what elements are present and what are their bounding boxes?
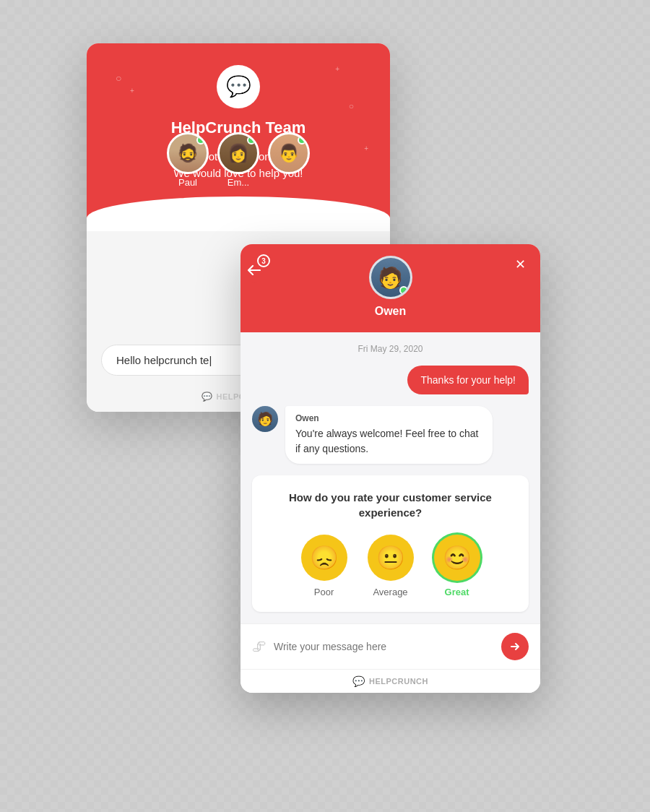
deco-plus-2: + — [335, 65, 339, 73]
emma-online-dot — [247, 136, 256, 144]
rating-average[interactable]: 😐 Average — [368, 535, 414, 597]
chat-agent-name: Owen — [375, 305, 407, 318]
poor-emoji: 😞 — [301, 535, 347, 581]
great-emoji: 😊 — [434, 535, 480, 581]
bg-agent-emma-avatar: 👩 — [217, 132, 259, 174]
back-arrow-icon — [248, 265, 261, 275]
bg-card-header: ○ + + ○ + 💬 HelpCrunch Team Got a questi… — [87, 43, 390, 231]
attach-icon[interactable]: 🖇 — [252, 639, 266, 655]
chat-date: Fri May 29, 2020 — [252, 344, 529, 354]
bg-input-text: Hello helpcrunch te| — [116, 354, 212, 366]
rating-great[interactable]: 😊 Great — [434, 535, 480, 597]
rating-section: How do you rate your customer service ex… — [252, 475, 529, 612]
close-button[interactable]: ✕ — [511, 256, 529, 273]
deco-dot-1: ○ — [116, 72, 121, 84]
poor-label: Poor — [314, 587, 334, 597]
chat-agent-avatar: 🧑 — [369, 256, 412, 299]
emma-name: Em... — [228, 177, 249, 188]
chat-input-area: 🖇 — [240, 623, 540, 669]
chat-footer: 💬 HELPCRUNCH — [240, 669, 540, 693]
bg-agent-third-avatar: 👨 — [268, 132, 310, 174]
back-badge-count: 3 — [257, 254, 270, 267]
bg-agent-emma: 👩 Em... — [217, 132, 259, 188]
deco-plus-1: + — [130, 87, 134, 95]
footer-logo-icon: 💬 — [352, 675, 365, 687]
paul-name: Paul — [178, 177, 197, 188]
chat-header: ✕ 🧑 Owen — [240, 244, 540, 332]
bg-footer-icon: 💬 — [202, 392, 212, 402]
bg-agent-third: 👨 — [268, 132, 310, 188]
average-label: Average — [373, 587, 407, 597]
deco-dot-2: ○ — [349, 101, 354, 111]
rating-question: How do you rate your customer service ex… — [266, 490, 514, 520]
footer-brand: HELPCRUNCH — [369, 677, 428, 686]
user-bubble: Thanks for your help! — [407, 366, 529, 394]
send-icon — [509, 641, 521, 652]
bg-agent-paul: 🧔 Paul — [167, 132, 209, 188]
agent-bubble-name: Owen — [295, 413, 482, 423]
rating-options: 😞 Poor 😐 Average 😊 Great — [266, 535, 514, 597]
chat-widget: ✕ 🧑 Owen Fri May 29, 2020 Thanks for you… — [240, 244, 540, 693]
rating-poor[interactable]: 😞 Poor — [301, 535, 347, 597]
bg-logo-circle: 💬 — [217, 65, 260, 108]
deco-plus-3: + — [364, 144, 368, 152]
agent-thumb-avatar: 🧑 — [252, 406, 278, 432]
message-input[interactable] — [274, 641, 494, 652]
agent-message: 🧑 Owen You're always welcome! Feel free … — [252, 406, 529, 464]
back-button[interactable]: 3 — [241, 257, 267, 283]
user-message: Thanks for your help! — [252, 366, 529, 394]
average-emoji: 😐 — [368, 535, 414, 581]
bg-agent-paul-avatar: 🧔 — [167, 132, 209, 174]
bg-agents-row: 🧔 Paul 👩 Em... 👨 — [167, 132, 310, 188]
bg-logo-icon: 💬 — [226, 77, 251, 97]
agent-bubble: Owen You're always welcome! Feel free to… — [285, 406, 493, 464]
chat-agent-online-dot — [399, 286, 408, 295]
great-label: Great — [445, 587, 469, 597]
chat-body: Fri May 29, 2020 Thanks for your help! 🧑… — [240, 332, 540, 623]
agent-bubble-text: You're always welcome! Feel free to chat… — [295, 426, 482, 457]
send-button[interactable] — [501, 633, 529, 660]
third-online-dot — [298, 136, 306, 144]
paul-online-dot — [196, 136, 205, 144]
